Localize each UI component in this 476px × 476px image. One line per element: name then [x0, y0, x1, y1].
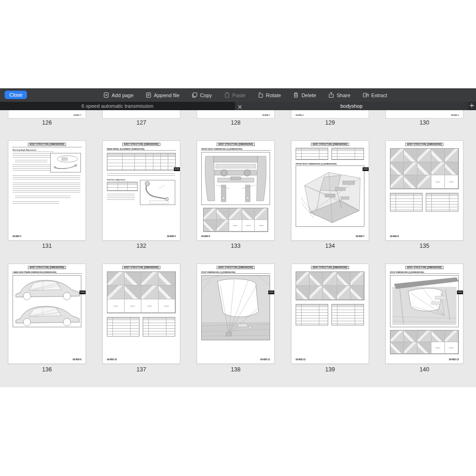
page-header: BODY STRUCTURE [DIMENSIONS]	[386, 143, 463, 145]
page-number-label: 138	[197, 366, 274, 373]
roof-drawing	[201, 275, 270, 340]
page-footer-code: 09-80D-4	[13, 235, 21, 238]
page-number-label: 137	[103, 366, 180, 373]
toolbar: Close Add page Append file Copy Paste Ro…	[0, 88, 476, 102]
tool-label: Paste	[232, 93, 245, 98]
page-footer-code: 09-80D-11	[260, 358, 270, 361]
page-thumbnail-136[interactable]: BODY STRUCTURE [DIMENSIONS] CABIN SIDE F…	[8, 264, 86, 364]
page-footer-code: 09-80D-5	[167, 235, 176, 238]
paste-button[interactable]: Paste	[224, 88, 245, 102]
page-number-label: 134	[291, 243, 369, 249]
page-footer-code: 09-80D-1	[262, 114, 270, 116]
paste-icon	[224, 92, 230, 98]
share-icon	[328, 92, 334, 98]
section-tab: 09-80D	[174, 167, 180, 171]
dimension-table-left	[296, 148, 328, 160]
append-file-button[interactable]: Append file	[145, 88, 179, 102]
fastener-table-left	[390, 193, 423, 212]
section-tab: 09-80D	[79, 291, 86, 294]
page-footer-code: 09-80D-9	[73, 358, 81, 361]
close-tab-button[interactable]	[238, 104, 242, 108]
page-thumbnail-130[interactable]: 09-80D-3	[386, 110, 463, 118]
tab-bodyshop[interactable]: bodyshop	[235, 102, 468, 110]
page-section-title: FRONT BODY DIMENSIONS (2) [DIMENSIONS]	[296, 163, 337, 165]
delete-button[interactable]: Delete	[293, 88, 316, 102]
add-page-button[interactable]: Add page	[103, 88, 133, 102]
page-thumbnail-132[interactable]: BODY STRUCTURE [DIMENSIONS] REAR WHEEL A…	[103, 141, 180, 240]
detail-grid	[390, 148, 459, 189]
toolbar-tools: Add page Append file Copy Paste Rotate D…	[103, 88, 387, 102]
detail-grid	[203, 208, 268, 232]
page-number-label: 129	[291, 119, 369, 126]
page-footer-code: 09-80D-8	[390, 235, 399, 238]
detail-grid	[390, 330, 459, 354]
page-header: BODY STRUCTURE [DIMENSIONS]	[103, 143, 180, 145]
section-tab: 09-80D	[363, 167, 369, 171]
page-thumbnail-129[interactable]: 09-80D-2	[291, 110, 369, 118]
fastener-table-left	[107, 317, 139, 337]
page-number-label: 126	[8, 119, 86, 126]
page-footer-code: 09-80D-6	[201, 235, 210, 238]
copy-icon	[192, 92, 198, 98]
thumbnail-grid: 09-80C-7 09-80D-1 09-80D-2 09-80D-3 126 …	[0, 110, 476, 387]
page-number-label: 135	[386, 243, 463, 249]
page-thumbnail-128[interactable]: 09-80D-1	[197, 110, 274, 118]
page-number-label: 128	[197, 119, 274, 126]
tool-label: Share	[337, 93, 350, 98]
tool-label: Rotate	[266, 93, 281, 98]
page-thumbnail-134[interactable]: BODY STRUCTURE [DIMENSIONS] FRONT BODY D…	[291, 141, 369, 240]
page-number-label: 132	[103, 243, 180, 249]
copy-button[interactable]: Copy	[192, 88, 212, 102]
steering-diagram	[50, 153, 81, 172]
plus-icon	[469, 103, 475, 108]
page-header: BODY STRUCTURE [DIMENSIONS]	[291, 143, 369, 145]
fastener-table-right	[331, 304, 364, 325]
page-number-label: 136	[8, 366, 86, 373]
close-icon	[238, 105, 242, 109]
rotate-button[interactable]: Rotate	[258, 88, 281, 102]
page-header: BODY STRUCTURE [DIMENSIONS]	[103, 266, 180, 269]
tool-label: Add page	[112, 93, 133, 98]
page-number-label: 133	[197, 243, 274, 249]
extract-button[interactable]: Extract	[363, 88, 387, 102]
page-header: BODY STRUCTURE [DIMENSIONS]	[8, 143, 86, 145]
extract-icon	[363, 92, 369, 98]
page-number-label: 140	[386, 366, 463, 373]
page-thumbnail-127[interactable]	[103, 110, 180, 118]
page-thumbnail-126[interactable]: 09-80C-7	[8, 110, 86, 118]
page-thumbnail-137[interactable]: BODY STRUCTURE [DIMENSIONS] 09-80D-10	[103, 264, 180, 364]
append-file-icon	[145, 92, 152, 98]
detail-grid	[107, 271, 176, 313]
perspective-drawing	[296, 165, 364, 227]
fastener-table-right	[426, 193, 458, 212]
page-thumbnail-135[interactable]: BODY STRUCTURE [DIMENSIONS] 09-80D-8	[386, 141, 463, 240]
page-thumbnail-140[interactable]: BODY STRUCTURE [DIMENSIONS] ROOF DIMENSI…	[386, 264, 463, 364]
page-thumbnail-133[interactable]: BODY STRUCTURE [DIMENSIONS] FRONT BODY D…	[197, 141, 274, 240]
page-thumbnail-131[interactable]: BODY STRUCTURE [DIMENSIONS] Steering Ang…	[8, 141, 86, 240]
front-body-drawing	[201, 152, 270, 205]
tab-6-speed-automatic-transmission[interactable]: 6 speed automatic transmission	[0, 102, 235, 110]
page-footer-code: 09-80D-7	[356, 235, 364, 238]
add-page-icon	[103, 92, 109, 98]
lateral-link-diagram	[140, 180, 175, 205]
page-header: BODY STRUCTURE [DIMENSIONS]	[197, 266, 274, 269]
close-button[interactable]: Close	[5, 91, 27, 99]
fastener-table-left	[296, 304, 328, 325]
new-tab-button[interactable]	[468, 102, 476, 110]
page-header: BODY STRUCTURE [DIMENSIONS]	[386, 266, 463, 269]
section-tab: 09-80D	[268, 291, 274, 294]
page-footer-code: 09-80D-10	[107, 358, 117, 361]
share-button[interactable]: Share	[328, 88, 350, 102]
page-footer-code: 09-80D-3	[451, 114, 459, 116]
page-number-label: 127	[103, 119, 180, 126]
tool-label: Delete	[301, 93, 316, 98]
page-thumbnail-139[interactable]: BODY STRUCTURE [DIMENSIONS] 09-80D-12	[291, 264, 369, 364]
tool-label: Copy	[200, 93, 212, 98]
page-section-title: ROOF DIMENSIONS (2) [DIMENSIONS]	[390, 271, 424, 273]
page-thumbnail-138[interactable]: BODY STRUCTURE [DIMENSIONS] ROOF DIMENSI…	[197, 264, 274, 364]
tab-bar: 6 speed automatic transmission bodyshop	[0, 102, 476, 110]
section-tab: 09-80D	[457, 291, 463, 294]
page-number-label: 131	[8, 243, 86, 249]
pdf-page-editor-window: Close Add page Append file Copy Paste Ro…	[0, 88, 476, 387]
page-section-title: ROOF DIMENSIONS (1) [DIMENSIONS]	[201, 271, 235, 273]
